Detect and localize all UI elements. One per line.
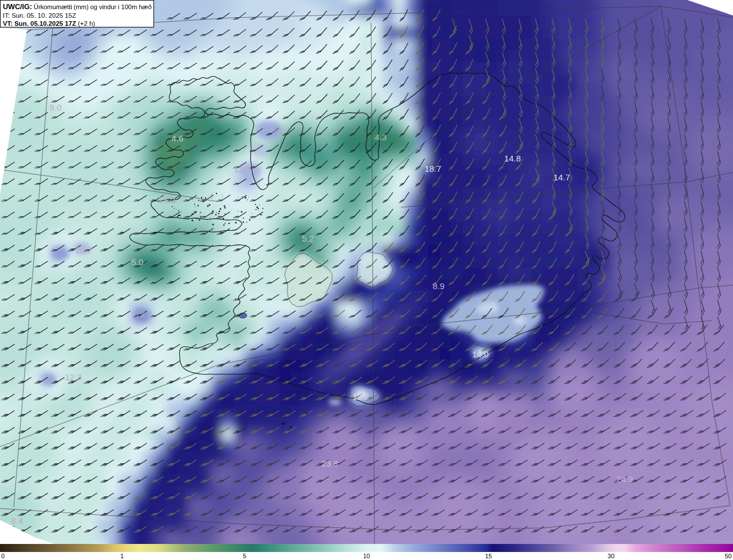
svg-text:5: 5 — [243, 553, 246, 559]
svg-text:14.7: 14.7 — [553, 172, 570, 182]
svg-text:0: 0 — [1, 553, 5, 559]
svg-text:IT: Sun. 05. 10. 2025 15Z: IT: Sun. 05. 10. 2025 15Z — [3, 12, 76, 19]
svg-text:1: 1 — [120, 553, 124, 559]
svg-text:10: 10 — [363, 553, 370, 559]
svg-text:VT: Sun. 05.10.2025 17Z (+2 h): VT: Sun. 05.10.2025 17Z (+2 h) — [3, 20, 95, 27]
svg-text:4.3: 4.3 — [375, 132, 387, 142]
svg-text:23.8: 23.8 — [321, 459, 338, 468]
svg-text:14.0: 14.0 — [472, 349, 488, 359]
svg-text:12.2: 12.2 — [352, 392, 369, 401]
svg-text:12.2: 12.2 — [75, 245, 92, 255]
svg-text:8.4: 8.4 — [11, 516, 23, 526]
svg-text:5.0: 5.0 — [132, 257, 144, 267]
svg-text:50: 50 — [725, 553, 732, 559]
svg-text:13.0: 13.0 — [158, 195, 175, 204]
svg-text:12.6: 12.6 — [262, 125, 278, 135]
svg-text:UWC/IG: Úrkomumætti (mm) og vi: UWC/IG: Úrkomumætti (mm) og vindur i 100… — [3, 2, 152, 11]
svg-text:30: 30 — [608, 553, 614, 559]
svg-text:12.3: 12.3 — [65, 372, 81, 382]
svg-text:12.7: 12.7 — [234, 164, 250, 174]
svg-text:24.9: 24.9 — [616, 474, 633, 484]
svg-text:15: 15 — [485, 553, 492, 559]
svg-text:18.7: 18.7 — [424, 164, 441, 173]
svg-text:14.8: 14.8 — [504, 153, 521, 163]
svg-text:4.6: 4.6 — [172, 133, 184, 143]
svg-text:8.9: 8.9 — [433, 281, 445, 291]
svg-text:5.2: 5.2 — [302, 234, 314, 243]
svg-text:9.0: 9.0 — [50, 102, 62, 112]
svg-text:13.6: 13.6 — [135, 309, 152, 319]
